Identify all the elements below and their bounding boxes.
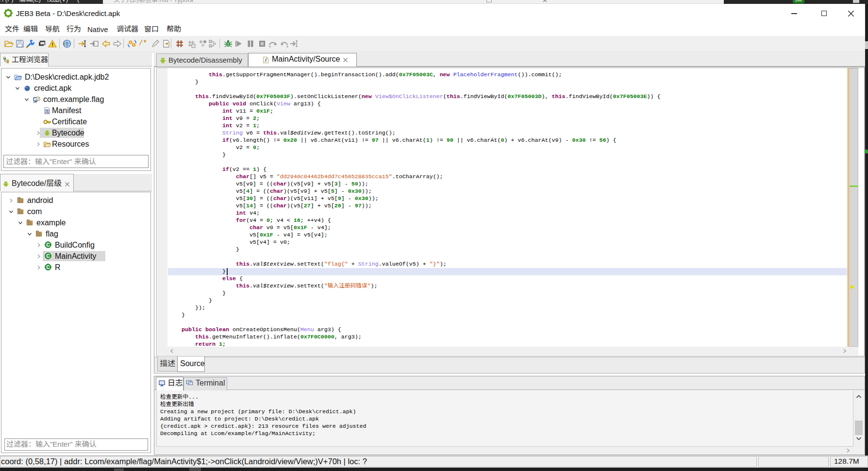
svg-text:C: C	[46, 242, 50, 248]
svg-text:C: C	[46, 253, 50, 259]
svg-text:C: C	[46, 264, 50, 270]
svg-text:J: J	[265, 58, 267, 63]
svg-text:X: X	[46, 109, 49, 114]
